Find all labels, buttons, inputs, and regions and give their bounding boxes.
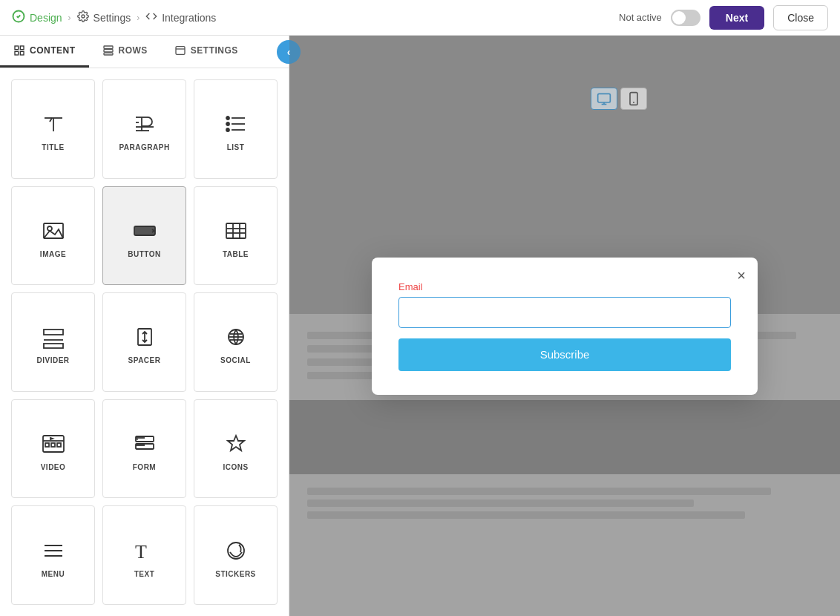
nav-actions: Not active Next Close: [619, 5, 828, 30]
divider-label: DIVIDER: [36, 356, 69, 364]
social-label: SOCIAL: [220, 356, 251, 364]
svg-rect-9: [176, 47, 185, 55]
email-label: Email: [398, 281, 731, 292]
content-item-form[interactable]: FORM: [102, 399, 186, 499]
svg-rect-25: [44, 223, 63, 238]
tab-settings-label: SETTINGS: [191, 45, 238, 56]
icons-label: ICONS: [223, 463, 248, 471]
image-label: IMAGE: [40, 250, 66, 258]
content-item-button[interactable]: BUTTON: [102, 186, 186, 286]
svg-rect-5: [20, 51, 24, 55]
integrations-step-label: Integrations: [162, 12, 216, 24]
tab-content-label: CONTENT: [30, 45, 76, 56]
design-step-label: Design: [30, 12, 62, 24]
nav-steps: Design › Settings › Integrations: [12, 10, 216, 25]
content-item-list[interactable]: LIST: [194, 79, 278, 179]
next-button[interactable]: Next: [709, 6, 764, 30]
content-item-title[interactable]: TITLE: [11, 79, 95, 179]
svg-rect-45: [45, 443, 49, 447]
svg-point-22: [226, 117, 229, 119]
modal-overlay: × Email Subscribe: [289, 36, 840, 616]
content-grid: TITLE PARAGRAPH: [0, 68, 289, 616]
svg-rect-4: [15, 51, 19, 55]
not-active-label: Not active: [619, 12, 662, 23]
svg-rect-8: [104, 53, 113, 55]
content-item-table[interactable]: TABLE: [194, 186, 278, 286]
content-item-stickers[interactable]: STICKERS: [194, 505, 278, 605]
active-toggle[interactable]: [671, 10, 700, 26]
table-label: TABLE: [223, 250, 249, 258]
svg-rect-34: [44, 330, 63, 335]
tab-rows[interactable]: ROWS: [89, 36, 161, 68]
nav-step-settings[interactable]: Settings: [77, 10, 131, 24]
tab-content[interactable]: CONTENT: [0, 36, 89, 68]
spacer-label: SPACER: [128, 356, 161, 364]
chevron-right-icon: ›: [68, 13, 71, 23]
paragraph-label: PARAGRAPH: [119, 143, 169, 151]
chevron-right-icon-2: ›: [137, 13, 140, 23]
text-label: TEXT: [134, 570, 155, 578]
integrations-step-icon: [145, 10, 157, 24]
email-field-group: Email: [398, 281, 731, 328]
main-layout: CONTENT ROWS SETTINGS ‹ TITLE: [0, 36, 840, 616]
top-nav: Design › Settings › Integrations Not act…: [0, 0, 840, 36]
svg-rect-47: [57, 443, 61, 447]
close-button[interactable]: Close: [773, 5, 828, 30]
svg-text:T: T: [135, 541, 147, 563]
svg-rect-3: [20, 46, 24, 50]
form-label: FORM: [133, 463, 156, 471]
tab-rows-label: ROWS: [119, 45, 148, 56]
content-item-paragraph[interactable]: PARAGRAPH: [102, 79, 186, 179]
svg-rect-7: [104, 50, 113, 52]
stickers-label: STICKERS: [215, 570, 256, 578]
settings-step-label: Settings: [93, 12, 131, 24]
subscribe-modal: × Email Subscribe: [372, 258, 758, 395]
right-canvas: × Email Subscribe: [289, 36, 840, 616]
svg-point-24: [226, 128, 229, 131]
modal-close-button[interactable]: ×: [737, 268, 746, 283]
content-item-social[interactable]: SOCIAL: [194, 292, 278, 392]
content-item-video[interactable]: VIDEO: [11, 399, 95, 499]
settings-step-icon: [77, 10, 89, 24]
list-label: LIST: [227, 143, 245, 151]
left-panel: CONTENT ROWS SETTINGS ‹ TITLE: [0, 36, 289, 616]
check-circle-icon: [12, 10, 25, 25]
content-item-menu[interactable]: MENU: [11, 505, 95, 605]
svg-rect-6: [104, 46, 113, 48]
menu-label: MENU: [42, 570, 65, 578]
svg-rect-36: [44, 344, 63, 348]
svg-marker-54: [228, 436, 244, 450]
content-item-icons[interactable]: ICONS: [194, 399, 278, 499]
content-item-divider[interactable]: DIVIDER: [11, 292, 95, 392]
content-item-image[interactable]: IMAGE: [11, 186, 95, 286]
email-input[interactable]: [398, 297, 731, 328]
svg-marker-48: [50, 438, 53, 439]
tab-settings[interactable]: SETTINGS: [161, 36, 252, 68]
svg-rect-46: [51, 443, 55, 447]
svg-point-23: [226, 122, 229, 125]
nav-step-integrations[interactable]: Integrations: [145, 10, 216, 24]
svg-rect-27: [134, 226, 155, 235]
svg-rect-49: [136, 436, 154, 442]
video-label: VIDEO: [41, 463, 66, 471]
svg-rect-2: [15, 46, 19, 50]
title-label: TITLE: [42, 143, 64, 151]
svg-point-1: [82, 15, 85, 18]
content-item-text[interactable]: T TEXT: [102, 505, 186, 605]
svg-rect-50: [136, 444, 154, 449]
nav-step-design[interactable]: Design: [12, 10, 62, 25]
subscribe-button[interactable]: Subscribe: [398, 338, 731, 371]
content-item-spacer[interactable]: SPACER: [102, 292, 186, 392]
panel-tabs: CONTENT ROWS SETTINGS ‹: [0, 36, 289, 68]
svg-rect-29: [226, 223, 246, 238]
button-label: BUTTON: [128, 250, 160, 258]
